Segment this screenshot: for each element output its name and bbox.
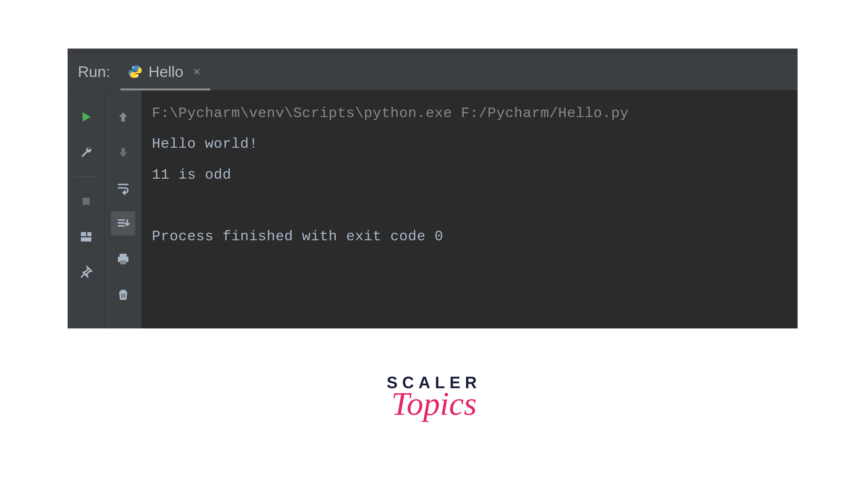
- up-arrow-button[interactable]: [111, 105, 135, 129]
- print-button[interactable]: [111, 247, 135, 271]
- stop-button[interactable]: [74, 189, 98, 214]
- svg-point-1: [136, 75, 138, 77]
- scaler-topics-logo: SCALER Topics: [386, 373, 482, 423]
- svg-rect-5: [81, 237, 91, 242]
- layout-button[interactable]: [74, 225, 98, 249]
- window-top-strip: [68, 49, 798, 53]
- logo-topics-text: Topics: [386, 385, 482, 423]
- console-output-line: 11 is odd: [152, 167, 231, 183]
- close-icon[interactable]: ×: [191, 64, 203, 79]
- gutter-divider: [74, 177, 97, 177]
- console-command-line: F:\Pycharm\venv\Scripts\python.exe F:/Py…: [152, 105, 629, 121]
- wrench-button[interactable]: [74, 140, 98, 165]
- rerun-button[interactable]: [74, 105, 98, 129]
- svg-rect-8: [120, 260, 126, 264]
- soft-wrap-button[interactable]: [111, 176, 135, 200]
- run-body: F:\Pycharm\venv\Scripts\python.exe F:/Py…: [68, 90, 798, 329]
- svg-rect-2: [83, 198, 90, 205]
- console-actions-gutter: [105, 90, 142, 329]
- svg-rect-6: [119, 254, 127, 257]
- run-tool-window: Run: Hello ×: [68, 49, 798, 329]
- scroll-to-end-button[interactable]: [111, 211, 135, 236]
- python-icon: [128, 65, 142, 79]
- svg-rect-3: [81, 232, 86, 236]
- run-actions-gutter: [68, 90, 105, 329]
- run-label: Run:: [78, 63, 110, 81]
- console-output-line: Hello world!: [152, 136, 258, 152]
- console-exit-line: Process finished with exit code 0: [152, 228, 443, 245]
- svg-point-0: [132, 67, 133, 68]
- run-config-tab[interactable]: Hello ×: [121, 53, 210, 90]
- console-output[interactable]: F:\Pycharm\venv\Scripts\python.exe F:/Py…: [142, 90, 798, 329]
- trash-button[interactable]: [111, 282, 135, 307]
- down-arrow-button[interactable]: [111, 140, 135, 165]
- svg-rect-4: [87, 232, 91, 236]
- pin-button[interactable]: [74, 260, 98, 284]
- run-tab-bar: Run: Hello ×: [68, 53, 798, 90]
- run-tab-label: Hello: [149, 63, 184, 81]
